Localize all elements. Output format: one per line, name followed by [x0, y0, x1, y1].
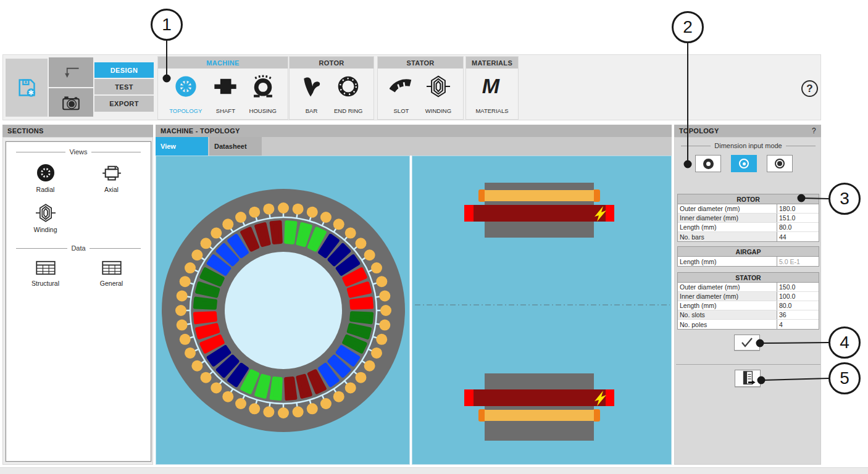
- toolbar-item-label: BAR: [306, 107, 318, 114]
- stator-slot-coil: [351, 299, 372, 308]
- toolbar-item-housing[interactable]: HOUSING: [248, 72, 278, 117]
- toolbar-item-shaft[interactable]: SHAFT: [212, 72, 239, 117]
- rotor-bar: [345, 382, 356, 393]
- group-rotor: ROTOR BAR END RING: [289, 56, 374, 120]
- table-row: Length (mm) 80.0: [678, 301, 819, 310]
- axial-top-stator-coil: [474, 205, 606, 222]
- row-value-input[interactable]: 151.0: [777, 214, 819, 222]
- axial-top-rotor-bar: [485, 190, 594, 201]
- row-label: Outer diameter (mm): [678, 283, 777, 291]
- main-view-header: MACHINE - TOPOLOGY: [156, 125, 672, 137]
- toolbar-item-bar[interactable]: BAR: [299, 72, 325, 117]
- rotor-bar: [177, 290, 188, 301]
- rotor-bar: [263, 204, 274, 215]
- check-icon: [739, 336, 755, 349]
- tab-view[interactable]: View: [156, 137, 208, 156]
- data-legend: Data: [12, 244, 144, 252]
- rotor-bar: [333, 391, 344, 402]
- table-row: No. bars 44: [678, 232, 819, 241]
- row-value-readonly: 5.0 E-1: [777, 257, 819, 266]
- sections-panel-title: SECTIONS: [7, 127, 44, 135]
- row-value-input[interactable]: 150.0: [777, 283, 819, 291]
- group-machine: MACHINE TOPOLOGY: [157, 56, 288, 120]
- row-label: Length (mm): [678, 257, 777, 266]
- axial-view-icon: [101, 163, 122, 183]
- sidebar-item-winding[interactable]: Winding: [12, 203, 78, 233]
- rotor-bar: [379, 290, 390, 301]
- housing-icon: [251, 75, 275, 98]
- help-button[interactable]: ?: [801, 80, 818, 97]
- apply-button[interactable]: [734, 335, 760, 351]
- toolbar-item-label: WINDING: [425, 107, 451, 114]
- rotor-bar: [293, 406, 304, 417]
- panel-help-icon[interactable]: ?: [812, 127, 816, 135]
- row-value-input[interactable]: 100.0: [777, 292, 819, 301]
- sidebar-item-structural[interactable]: Structural: [12, 259, 78, 287]
- undo-button[interactable]: [49, 57, 93, 87]
- export-report-button[interactable]: [735, 370, 761, 387]
- callout-number: 3: [840, 189, 849, 209]
- toolbar-item-end-ring[interactable]: END RING: [332, 72, 364, 117]
- rotor-bar: [175, 305, 186, 316]
- dimension-mode-ring-filled-dot-button[interactable]: [767, 155, 793, 172]
- toolbar-item-slot[interactable]: SLOT: [388, 72, 415, 117]
- save-button[interactable]: [6, 59, 48, 117]
- row-value-input[interactable]: 80.0: [777, 223, 819, 231]
- camera-icon: [61, 93, 81, 112]
- toolbar-item-winding[interactable]: WINDING: [424, 72, 453, 117]
- row-value-input[interactable]: 44: [777, 232, 819, 241]
- rotor-bar: [235, 212, 246, 223]
- row-label: Inner diameter (mm): [678, 292, 777, 301]
- tab-datasheet[interactable]: Datasheet: [209, 137, 262, 156]
- row-value-input[interactable]: 180.0: [777, 204, 819, 213]
- rotor-bar: [380, 305, 391, 316]
- radial-view-canvas[interactable]: [156, 156, 410, 465]
- rotor-bar: [364, 249, 375, 260]
- rotor-table-title: ROTOR: [678, 194, 819, 204]
- rotor-bar: [191, 360, 202, 372]
- rotor-bar: [211, 382, 222, 393]
- axial-bottom-stator-coil: [474, 389, 606, 406]
- dimension-mode-thick-ring-button[interactable]: [695, 155, 721, 172]
- tab-export[interactable]: EXPORT: [94, 96, 154, 112]
- toolbar-item-label: TOPOLOGY: [169, 107, 202, 114]
- sidebar-item-radial[interactable]: Radial: [12, 163, 78, 193]
- rotor-bar: [355, 238, 366, 249]
- rotor-bar: [191, 249, 202, 260]
- rotor-bar: [180, 334, 191, 345]
- table-row: Length (mm) 5.0 E-1: [678, 257, 819, 266]
- row-label: Outer diameter (mm): [678, 204, 777, 213]
- row-value-input[interactable]: 80.0: [777, 301, 819, 310]
- rotor-bar: [180, 276, 191, 287]
- toolbar-item-topology[interactable]: TOPOLOGY: [167, 72, 204, 117]
- tab-design[interactable]: DESIGN: [94, 62, 154, 78]
- snapshot-button[interactable]: [49, 88, 93, 117]
- rotor-bar: [364, 360, 375, 372]
- topology-panel-title: TOPOLOGY: [679, 127, 719, 135]
- ring-filled-dot-icon: [775, 159, 785, 168]
- undo-arrow-icon: [61, 63, 81, 81]
- winding-icon: [427, 75, 450, 98]
- axial-bottom-tooth: [485, 406, 594, 410]
- sidebar-item-axial[interactable]: Axial: [78, 163, 144, 193]
- axial-bottom-coil-end-right: [605, 389, 614, 406]
- toolbar-item-materials[interactable]: M MATERIALS: [474, 72, 510, 117]
- axial-view-canvas[interactable]: [412, 156, 672, 465]
- callout-2: 2: [672, 11, 704, 43]
- group-machine-title: MACHINE: [158, 57, 288, 69]
- callout-number: 4: [840, 333, 849, 352]
- rotor-bar: [201, 372, 212, 383]
- end-ring-icon: [336, 75, 360, 98]
- table-row: No. poles 4: [678, 320, 819, 329]
- table-row: Inner diameter (mm) 100.0: [678, 292, 819, 301]
- stator-bore: [225, 252, 342, 369]
- sidebar-item-general[interactable]: General: [78, 259, 144, 287]
- rotor-bar: [379, 320, 390, 331]
- row-value-input[interactable]: 4: [777, 320, 819, 329]
- rotor-bar: [278, 407, 289, 418]
- rotor-bar: [201, 238, 212, 249]
- row-value-input[interactable]: 36: [777, 310, 819, 319]
- stator-table-title: STATOR: [678, 273, 819, 283]
- dimension-mode-ring-small-dot-button[interactable]: [731, 155, 757, 172]
- tab-test[interactable]: TEST: [94, 79, 154, 94]
